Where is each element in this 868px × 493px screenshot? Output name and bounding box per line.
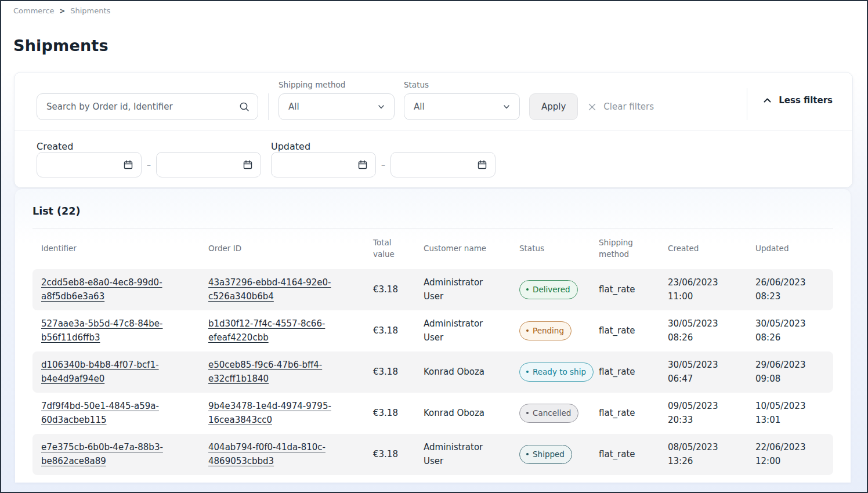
clear-filters-button[interactable]: Clear filters [587,93,654,120]
status-badge: Ready to ship [519,362,594,382]
status-dot-icon [526,288,529,291]
customer-name-cell: Konrad Oboza [415,401,511,426]
updated-cell: 26/06/2023 08:23 [747,270,830,309]
chevron-up-icon [762,96,772,104]
customer-name-cell: Konrad Oboza [415,360,511,385]
calendar-icon[interactable] [476,159,488,171]
total-value-cell: €3.18 [364,360,415,385]
status-label: Delivered [533,284,570,296]
apply-button[interactable]: Apply [529,93,578,120]
updated-time: 09:08 [755,372,821,386]
chevron-down-icon [377,102,386,111]
updated-date: 29/06/2023 [755,358,821,372]
identifier-link[interactable]: 527aae3a-5b5d-47c8-84be-b56f11d6ffb3 [41,318,162,342]
shipments-page: Commerce > Shipments Shipments Shipping … [0,0,868,493]
updated-time: 08:23 [755,290,821,303]
column-header-shipping-method: Shipping method [590,237,659,260]
created-date: 09/05/2023 [668,400,738,413]
order-id-link[interactable]: 9b4e3478-1e4d-4974-9795-16cea3843cc0 [208,401,331,425]
created-time: 11:00 [668,290,738,303]
shipping-method-label: Shipping method [279,80,395,89]
column-header-status: Status [511,243,590,255]
updated-date: 30/05/2023 [755,317,821,331]
shipping-method-select[interactable]: All [279,93,395,120]
created-to-field [156,152,261,177]
status-label: Cancelled [533,407,571,419]
table-row: 7df9f4bd-50e1-4845-a59a-60d3acbeb115 9b4… [32,393,833,434]
column-header-updated: Updated [747,243,830,255]
updated-cell: 10/05/2023 13:01 [747,394,830,433]
column-header-order-id: Order ID [200,243,364,255]
order-id-link[interactable]: 43a37296-ebbd-4164-92e0-c526a340b6b4 [208,277,331,301]
status-filter-value: All [414,102,425,112]
updated-filter-label: Updated [271,141,496,152]
table-row: 527aae3a-5b5d-47c8-84be-b56f11d6ffb3 b1d… [32,310,833,351]
search-input[interactable] [37,93,258,120]
calendar-icon[interactable] [122,159,134,171]
total-value-cell: €3.18 [364,277,415,302]
customer-name-cell: Administrator User [415,270,511,309]
less-filters-toggle[interactable]: Less filters [762,87,833,114]
column-header-identifier: Identifier [32,243,200,255]
list-title: List (22) [32,189,833,217]
status-cell: Cancelled [511,398,590,429]
identifier-cell: e7e375cb-6b0b-4e7a-88b3-be862ace8a89 [32,435,200,474]
created-to-input[interactable] [164,160,242,169]
updated-from-input[interactable] [279,160,357,169]
created-cell: 09/05/2023 20:33 [659,394,747,433]
order-id-cell: e50ceb85-f9c6-47b6-bff4-e32cff1b1840 [200,353,364,392]
identifier-cell: 2cdd5eb8-e8a0-4ec8-99d0-a8f5db6e3a63 [32,270,200,309]
identifier-link[interactable]: e7e375cb-6b0b-4e7a-88b3-be862ace8a89 [41,442,163,466]
updated-time: 12:00 [755,455,821,468]
shipments-table: Identifier Order ID Total value Customer… [32,229,833,475]
updated-cell: 29/06/2023 09:08 [747,353,830,392]
status-filter-label: Status [404,80,520,89]
updated-to-field [390,152,496,177]
created-date: 08/05/2023 [668,441,738,454]
chevron-down-icon [502,102,511,111]
created-date: 30/05/2023 [668,317,738,331]
total-value-cell: €3.18 [364,401,415,426]
calendar-icon[interactable] [242,159,254,171]
created-cell: 23/06/2023 11:00 [659,270,747,309]
created-time: 13:26 [668,455,738,468]
filters-row-main: Shipping method All Status All [15,72,852,130]
identifier-link[interactable]: d106340b-b4b8-4f07-bcf1-b4e4d9af94e0 [41,360,159,383]
shipping-method-value: All [288,102,299,112]
updated-time: 13:01 [755,414,821,427]
breadcrumb-item-shipments[interactable]: Shipments [70,6,110,15]
created-filter-group: Created – [37,141,261,177]
identifier-link[interactable]: 2cdd5eb8-e8a0-4ec8-99d0-a8f5db6e3a63 [41,277,162,301]
updated-cell: 30/05/2023 08:26 [747,311,830,350]
shipping-method-cell: flat_rate [590,360,659,385]
created-time: 06:47 [668,372,738,386]
shipping-method-cell: flat_rate [590,277,659,302]
created-date: 23/06/2023 [668,276,738,289]
status-cell: Ready to ship [511,357,590,388]
updated-cell: 22/06/2023 12:00 [747,435,830,474]
order-id-cell: 9b4e3478-1e4d-4974-9795-16cea3843cc0 [200,394,364,433]
status-select[interactable]: All [404,93,520,120]
breadcrumb: Commerce > Shipments [1,1,867,15]
order-id-link[interactable]: b1d30f12-7f4c-4557-8c66-efeaf4220cbb [208,318,325,342]
identifier-link[interactable]: 7df9f4bd-50e1-4845-a59a-60d3acbeb115 [41,401,159,425]
order-id-link[interactable]: e50ceb85-f9c6-47b6-bff4-e32cff1b1840 [208,360,322,383]
total-value-cell: €3.18 [364,318,415,343]
breadcrumb-item-commerce[interactable]: Commerce [13,6,55,15]
status-badge: Pending [519,321,572,341]
identifier-cell: 527aae3a-5b5d-47c8-84be-b56f11d6ffb3 [32,311,200,350]
status-dot-icon [526,371,529,373]
filters-panel: Shipping method All Status All [14,72,853,188]
table-body: 2cdd5eb8-e8a0-4ec8-99d0-a8f5db6e3a63 43a… [32,269,833,475]
status-badge: Delivered [519,280,578,300]
calendar-icon[interactable] [357,159,368,171]
status-dot-icon [526,412,529,414]
status-dot-icon [526,453,529,455]
shipping-method-field: Shipping method All [279,80,395,120]
table-row: 2cdd5eb8-e8a0-4ec8-99d0-a8f5db6e3a63 43a… [32,269,833,310]
customer-name-cell: Administrator User [415,435,511,474]
updated-to-input[interactable] [398,160,476,169]
order-id-link[interactable]: 404ab794-f0f0-41da-810c-4869053cbbd3 [208,442,326,466]
created-from-input[interactable] [44,160,122,169]
created-cell: 30/05/2023 06:47 [659,353,747,392]
